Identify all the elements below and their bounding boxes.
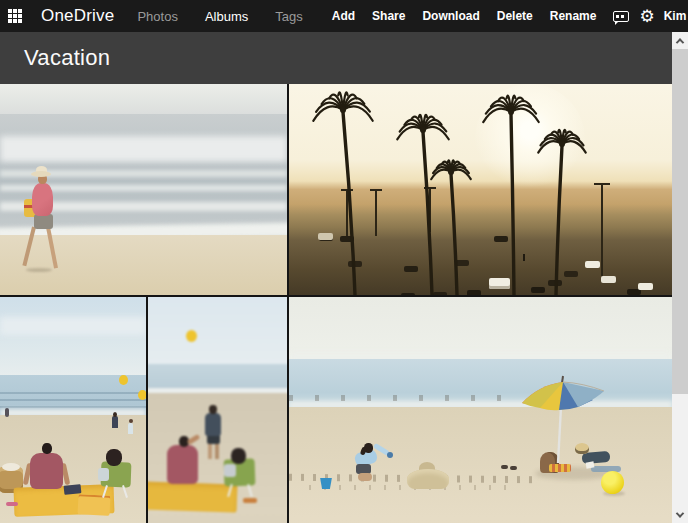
chevron-up-icon xyxy=(676,38,684,46)
add-command[interactable]: Add xyxy=(332,9,355,23)
feedback-button[interactable] xyxy=(613,0,629,32)
nav-item-tags[interactable]: Tags xyxy=(275,9,302,24)
sitting-man-figure xyxy=(167,445,198,484)
download-command[interactable]: Download xyxy=(422,9,479,23)
rename-command[interactable]: Rename xyxy=(550,9,597,23)
photo-tile-beach-standing[interactable] xyxy=(148,297,287,523)
sandcastle xyxy=(407,469,449,489)
beach-umbrella xyxy=(517,373,609,473)
album-title: Vacation xyxy=(0,32,672,84)
scroll-up-button[interactable] xyxy=(672,32,688,49)
apps-grid-icon xyxy=(8,9,12,13)
vertical-scrollbar[interactable] xyxy=(672,32,688,523)
chevron-down-icon xyxy=(676,509,684,517)
onedrive-app-window: OneDrive Photos Albums Tags Add Share Do… xyxy=(0,0,688,523)
balloon xyxy=(119,375,128,385)
photo-tile-woman-walking[interactable] xyxy=(0,84,287,295)
gear-icon: ⚙ xyxy=(639,8,654,25)
command-bar: Add Share Download Delete Rename xyxy=(332,9,614,23)
scroll-down-button[interactable] xyxy=(672,506,688,523)
sitting-man-figure xyxy=(30,453,63,489)
digging-girl-figure xyxy=(347,443,393,495)
top-app-bar: OneDrive Photos Albums Tags Add Share Do… xyxy=(0,0,688,32)
photo-tile-beach-sitting[interactable] xyxy=(0,297,146,523)
photo-tile-umbrella-beach[interactable] xyxy=(289,297,672,523)
app-title[interactable]: OneDrive xyxy=(41,6,114,26)
balloon xyxy=(138,390,146,400)
settings-button[interactable]: ⚙ xyxy=(639,0,654,32)
album-header: Vacation xyxy=(0,32,672,84)
nav-item-photos[interactable]: Photos xyxy=(137,9,177,24)
standing-man-figure xyxy=(205,413,221,436)
photo-grid xyxy=(0,84,672,523)
yellow-beach-ball xyxy=(601,471,624,494)
scrollbar-thumb[interactable] xyxy=(672,49,688,394)
share-command[interactable]: Share xyxy=(372,9,405,23)
photo-tile-palm-sunset[interactable] xyxy=(289,84,672,295)
app-launcher-button[interactable] xyxy=(8,3,22,29)
delete-command[interactable]: Delete xyxy=(497,9,533,23)
walking-woman-figure xyxy=(20,164,68,280)
nav-item-albums[interactable]: Albums xyxy=(205,9,248,24)
user-name[interactable]: Kim Abercrombie xyxy=(664,9,688,23)
topbar-right-group: ⚙ Kim Abercrombie xyxy=(613,0,688,33)
palm-trees-svg xyxy=(289,84,672,295)
primary-nav: Photos Albums Tags xyxy=(137,9,329,24)
yellow-towel xyxy=(148,481,237,512)
balloon xyxy=(186,330,197,342)
feedback-bubble-icon xyxy=(613,11,629,22)
